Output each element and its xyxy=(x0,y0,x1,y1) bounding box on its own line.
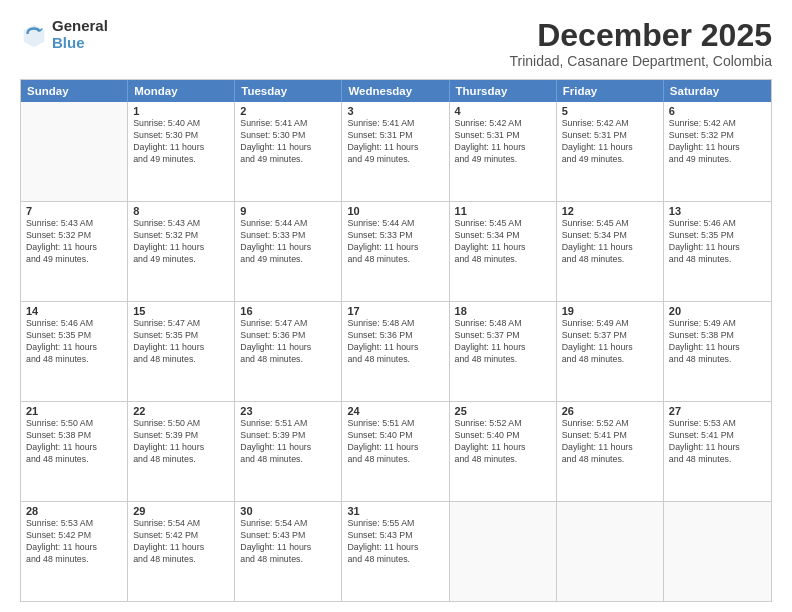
cell-info: Sunrise: 5:53 AM Sunset: 5:42 PM Dayligh… xyxy=(26,518,122,566)
header-day-wednesday: Wednesday xyxy=(342,80,449,102)
calendar-cell: 15Sunrise: 5:47 AM Sunset: 5:35 PM Dayli… xyxy=(128,302,235,401)
calendar-cell: 10Sunrise: 5:44 AM Sunset: 5:33 PM Dayli… xyxy=(342,202,449,301)
day-number: 5 xyxy=(562,105,658,117)
day-number: 27 xyxy=(669,405,766,417)
calendar-cell: 18Sunrise: 5:48 AM Sunset: 5:37 PM Dayli… xyxy=(450,302,557,401)
cell-info: Sunrise: 5:51 AM Sunset: 5:40 PM Dayligh… xyxy=(347,418,443,466)
logo-general: General xyxy=(52,18,108,35)
day-number: 13 xyxy=(669,205,766,217)
cell-info: Sunrise: 5:54 AM Sunset: 5:42 PM Dayligh… xyxy=(133,518,229,566)
calendar-cell: 16Sunrise: 5:47 AM Sunset: 5:36 PM Dayli… xyxy=(235,302,342,401)
calendar-cell: 12Sunrise: 5:45 AM Sunset: 5:34 PM Dayli… xyxy=(557,202,664,301)
header-day-thursday: Thursday xyxy=(450,80,557,102)
cell-info: Sunrise: 5:44 AM Sunset: 5:33 PM Dayligh… xyxy=(347,218,443,266)
calendar-row-2: 14Sunrise: 5:46 AM Sunset: 5:35 PM Dayli… xyxy=(21,301,771,401)
cell-info: Sunrise: 5:42 AM Sunset: 5:31 PM Dayligh… xyxy=(455,118,551,166)
page: General Blue December 2025 Trinidad, Cas… xyxy=(0,0,792,612)
calendar-cell xyxy=(450,502,557,601)
logo-blue: Blue xyxy=(52,35,108,52)
calendar-row-0: 1Sunrise: 5:40 AM Sunset: 5:30 PM Daylig… xyxy=(21,102,771,201)
calendar-cell: 31Sunrise: 5:55 AM Sunset: 5:43 PM Dayli… xyxy=(342,502,449,601)
day-number: 20 xyxy=(669,305,766,317)
header-day-tuesday: Tuesday xyxy=(235,80,342,102)
calendar-cell: 19Sunrise: 5:49 AM Sunset: 5:37 PM Dayli… xyxy=(557,302,664,401)
cell-info: Sunrise: 5:41 AM Sunset: 5:31 PM Dayligh… xyxy=(347,118,443,166)
calendar-cell: 21Sunrise: 5:50 AM Sunset: 5:38 PM Dayli… xyxy=(21,402,128,501)
header-day-saturday: Saturday xyxy=(664,80,771,102)
location-title: Trinidad, Casanare Department, Colombia xyxy=(510,53,773,69)
calendar-cell: 29Sunrise: 5:54 AM Sunset: 5:42 PM Dayli… xyxy=(128,502,235,601)
cell-info: Sunrise: 5:54 AM Sunset: 5:43 PM Dayligh… xyxy=(240,518,336,566)
calendar-cell: 22Sunrise: 5:50 AM Sunset: 5:39 PM Dayli… xyxy=(128,402,235,501)
cell-info: Sunrise: 5:41 AM Sunset: 5:30 PM Dayligh… xyxy=(240,118,336,166)
cell-info: Sunrise: 5:47 AM Sunset: 5:36 PM Dayligh… xyxy=(240,318,336,366)
cell-info: Sunrise: 5:49 AM Sunset: 5:37 PM Dayligh… xyxy=(562,318,658,366)
calendar-cell: 17Sunrise: 5:48 AM Sunset: 5:36 PM Dayli… xyxy=(342,302,449,401)
day-number: 2 xyxy=(240,105,336,117)
month-title: December 2025 xyxy=(510,18,773,53)
cell-info: Sunrise: 5:43 AM Sunset: 5:32 PM Dayligh… xyxy=(133,218,229,266)
day-number: 8 xyxy=(133,205,229,217)
cell-info: Sunrise: 5:50 AM Sunset: 5:38 PM Dayligh… xyxy=(26,418,122,466)
day-number: 26 xyxy=(562,405,658,417)
calendar-cell: 3Sunrise: 5:41 AM Sunset: 5:31 PM Daylig… xyxy=(342,102,449,201)
calendar-cell: 5Sunrise: 5:42 AM Sunset: 5:31 PM Daylig… xyxy=(557,102,664,201)
cell-info: Sunrise: 5:55 AM Sunset: 5:43 PM Dayligh… xyxy=(347,518,443,566)
day-number: 3 xyxy=(347,105,443,117)
calendar-cell: 7Sunrise: 5:43 AM Sunset: 5:32 PM Daylig… xyxy=(21,202,128,301)
calendar-cell xyxy=(664,502,771,601)
calendar-cell: 23Sunrise: 5:51 AM Sunset: 5:39 PM Dayli… xyxy=(235,402,342,501)
day-number: 24 xyxy=(347,405,443,417)
calendar-cell: 2Sunrise: 5:41 AM Sunset: 5:30 PM Daylig… xyxy=(235,102,342,201)
calendar-cell: 25Sunrise: 5:52 AM Sunset: 5:40 PM Dayli… xyxy=(450,402,557,501)
calendar-cell: 6Sunrise: 5:42 AM Sunset: 5:32 PM Daylig… xyxy=(664,102,771,201)
day-number: 6 xyxy=(669,105,766,117)
cell-info: Sunrise: 5:42 AM Sunset: 5:32 PM Dayligh… xyxy=(669,118,766,166)
day-number: 12 xyxy=(562,205,658,217)
calendar-cell: 9Sunrise: 5:44 AM Sunset: 5:33 PM Daylig… xyxy=(235,202,342,301)
cell-info: Sunrise: 5:53 AM Sunset: 5:41 PM Dayligh… xyxy=(669,418,766,466)
day-number: 22 xyxy=(133,405,229,417)
calendar-cell xyxy=(557,502,664,601)
day-number: 25 xyxy=(455,405,551,417)
calendar-cell: 1Sunrise: 5:40 AM Sunset: 5:30 PM Daylig… xyxy=(128,102,235,201)
header-day-sunday: Sunday xyxy=(21,80,128,102)
cell-info: Sunrise: 5:52 AM Sunset: 5:40 PM Dayligh… xyxy=(455,418,551,466)
cell-info: Sunrise: 5:48 AM Sunset: 5:36 PM Dayligh… xyxy=(347,318,443,366)
calendar-cell: 11Sunrise: 5:45 AM Sunset: 5:34 PM Dayli… xyxy=(450,202,557,301)
calendar-row-3: 21Sunrise: 5:50 AM Sunset: 5:38 PM Dayli… xyxy=(21,401,771,501)
day-number: 1 xyxy=(133,105,229,117)
cell-info: Sunrise: 5:50 AM Sunset: 5:39 PM Dayligh… xyxy=(133,418,229,466)
logo-icon xyxy=(20,21,48,49)
day-number: 29 xyxy=(133,505,229,517)
calendar-cell: 14Sunrise: 5:46 AM Sunset: 5:35 PM Dayli… xyxy=(21,302,128,401)
cell-info: Sunrise: 5:40 AM Sunset: 5:30 PM Dayligh… xyxy=(133,118,229,166)
calendar-cell: 28Sunrise: 5:53 AM Sunset: 5:42 PM Dayli… xyxy=(21,502,128,601)
calendar-row-4: 28Sunrise: 5:53 AM Sunset: 5:42 PM Dayli… xyxy=(21,501,771,601)
day-number: 19 xyxy=(562,305,658,317)
day-number: 15 xyxy=(133,305,229,317)
day-number: 31 xyxy=(347,505,443,517)
cell-info: Sunrise: 5:43 AM Sunset: 5:32 PM Dayligh… xyxy=(26,218,122,266)
logo-text: General Blue xyxy=(52,18,108,51)
day-number: 18 xyxy=(455,305,551,317)
calendar-cell: 8Sunrise: 5:43 AM Sunset: 5:32 PM Daylig… xyxy=(128,202,235,301)
header-day-monday: Monday xyxy=(128,80,235,102)
day-number: 23 xyxy=(240,405,336,417)
day-number: 17 xyxy=(347,305,443,317)
cell-info: Sunrise: 5:52 AM Sunset: 5:41 PM Dayligh… xyxy=(562,418,658,466)
calendar-cell: 20Sunrise: 5:49 AM Sunset: 5:38 PM Dayli… xyxy=(664,302,771,401)
header: General Blue December 2025 Trinidad, Cas… xyxy=(20,18,772,69)
calendar-cell: 26Sunrise: 5:52 AM Sunset: 5:41 PM Dayli… xyxy=(557,402,664,501)
cell-info: Sunrise: 5:46 AM Sunset: 5:35 PM Dayligh… xyxy=(669,218,766,266)
day-number: 14 xyxy=(26,305,122,317)
cell-info: Sunrise: 5:51 AM Sunset: 5:39 PM Dayligh… xyxy=(240,418,336,466)
calendar-cell xyxy=(21,102,128,201)
day-number: 21 xyxy=(26,405,122,417)
title-block: December 2025 Trinidad, Casanare Departm… xyxy=(510,18,773,69)
day-number: 28 xyxy=(26,505,122,517)
cell-info: Sunrise: 5:45 AM Sunset: 5:34 PM Dayligh… xyxy=(562,218,658,266)
cell-info: Sunrise: 5:46 AM Sunset: 5:35 PM Dayligh… xyxy=(26,318,122,366)
day-number: 9 xyxy=(240,205,336,217)
day-number: 10 xyxy=(347,205,443,217)
